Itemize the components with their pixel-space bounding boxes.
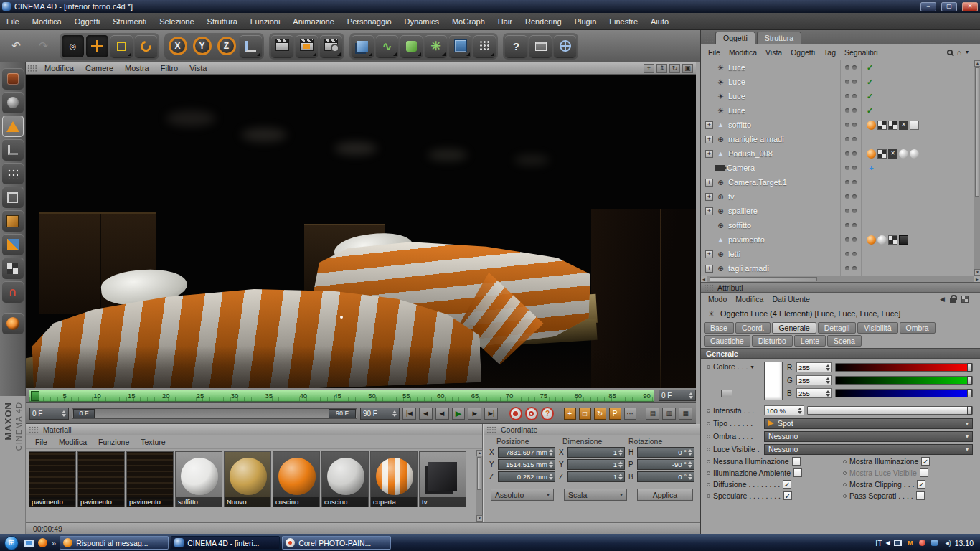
object-tree-row[interactable]: ☀Luce✓ bbox=[701, 89, 980, 103]
material-thumbnail[interactable]: soffitto bbox=[175, 451, 222, 507]
dimension-z-field[interactable]: 1 bbox=[567, 471, 625, 482]
position-z-field[interactable]: 0.282 mm bbox=[498, 471, 555, 482]
scroll-left-icon[interactable]: ◀ bbox=[701, 276, 707, 282]
slider-handle[interactable] bbox=[967, 363, 972, 372]
stepper[interactable] bbox=[549, 459, 553, 470]
range-start-field[interactable]: 0 F bbox=[29, 408, 69, 420]
keyframe-dot[interactable] bbox=[707, 422, 710, 425]
visibility-toggles[interactable] bbox=[840, 132, 862, 146]
tray-expand-icon[interactable]: ◀ bbox=[886, 540, 890, 546]
dimension-x-field[interactable]: 1 bbox=[567, 447, 625, 458]
lock-x-button[interactable]: X bbox=[166, 35, 189, 57]
panel-grip[interactable] bbox=[704, 284, 714, 291]
minimize-button[interactable]: – bbox=[920, 2, 936, 11]
tab-generale[interactable]: Generale bbox=[772, 322, 816, 334]
obj-menu-tag[interactable]: Tag bbox=[819, 48, 840, 57]
menu-animazione[interactable]: Animazione bbox=[286, 13, 340, 30]
dolly-view-icon[interactable]: ⇕ bbox=[656, 64, 667, 73]
stepper[interactable] bbox=[688, 447, 692, 458]
expand-icon[interactable]: + bbox=[705, 121, 713, 129]
content-browser-button[interactable] bbox=[529, 35, 552, 57]
stepper[interactable] bbox=[798, 405, 802, 416]
stepper[interactable] bbox=[618, 459, 623, 470]
menu-aiuto[interactable]: Aiuto bbox=[644, 13, 675, 30]
lock-z-button[interactable]: Z bbox=[215, 35, 237, 57]
autokey-button[interactable] bbox=[525, 407, 538, 420]
keyframe-dot[interactable] bbox=[707, 409, 710, 413]
materials-scrollbar[interactable]: ▲ ▼ bbox=[476, 450, 482, 522]
panel-grip[interactable] bbox=[29, 426, 39, 433]
material-tag-icon[interactable] bbox=[899, 149, 908, 159]
menu-plugin[interactable]: Plugin bbox=[568, 13, 603, 30]
close-button[interactable]: ✕ bbox=[962, 2, 978, 11]
preview-range-slider[interactable]: 0 F 90 F bbox=[72, 408, 357, 419]
vp-menu-camere[interactable]: Camere bbox=[80, 64, 119, 72]
keyframe-dot[interactable] bbox=[707, 365, 710, 369]
goto-end-button[interactable]: ▶| bbox=[484, 408, 498, 420]
help-button[interactable]: ? bbox=[505, 35, 527, 57]
illuminazione-ambiente-checkbox[interactable] bbox=[793, 468, 802, 477]
object-tree-row[interactable]: ☀Luce✓ bbox=[701, 60, 980, 75]
coordinate-system-button[interactable] bbox=[240, 35, 262, 57]
material-thumbnail[interactable]: pavimento bbox=[126, 451, 174, 507]
uvw-tag-icon[interactable] bbox=[877, 149, 887, 159]
visibility-toggles[interactable] bbox=[840, 146, 862, 161]
menu-finestre[interactable]: Finestre bbox=[603, 13, 644, 30]
mat-menu-file[interactable]: File bbox=[30, 438, 52, 446]
tray-icon-red[interactable] bbox=[919, 540, 925, 546]
texture-mode-button[interactable] bbox=[2, 258, 24, 279]
menu-struttura[interactable]: Struttura bbox=[201, 13, 244, 30]
previous-frame-button[interactable]: ◀ bbox=[435, 408, 449, 420]
stepper[interactable] bbox=[618, 447, 623, 458]
tab-caustiche[interactable]: Caustiche bbox=[704, 335, 750, 347]
mat-menu-modifica[interactable]: Modifica bbox=[54, 438, 92, 446]
animation-mode-button[interactable] bbox=[2, 234, 24, 255]
play-button[interactable]: ▶ bbox=[452, 408, 466, 420]
panel-grip[interactable] bbox=[486, 426, 496, 433]
object-tree-row[interactable]: Camera+ bbox=[701, 161, 980, 175]
diffusione-checkbox[interactable]: ✓ bbox=[783, 480, 791, 489]
object-axis-mode-button[interactable] bbox=[2, 139, 24, 161]
mostra-clipping-checkbox[interactable]: ✓ bbox=[917, 480, 925, 489]
light-type-dropdown[interactable]: Spot▾ bbox=[764, 418, 973, 429]
vp-menu-filtro[interactable]: Filtro bbox=[155, 64, 184, 72]
rotation-b-field[interactable]: 0 ° bbox=[637, 471, 694, 482]
tab-ombra[interactable]: Ombra bbox=[900, 322, 936, 334]
scrollbar-thumb[interactable] bbox=[710, 277, 817, 281]
size-mode-dropdown[interactable]: Scala▾ bbox=[564, 489, 627, 501]
obj-menu-modifica[interactable]: Modifica bbox=[725, 48, 761, 57]
position-y-field[interactable]: 1514.515 mm bbox=[498, 459, 555, 470]
menu-oggetti[interactable]: Oggetti bbox=[68, 13, 106, 30]
visibility-toggles[interactable] bbox=[840, 189, 862, 204]
scroll-up-icon[interactable]: ▲ bbox=[476, 450, 483, 456]
visible-light-dropdown[interactable]: Nessuno▾ bbox=[764, 444, 973, 455]
xpresso-tag-icon[interactable]: ✕ bbox=[899, 121, 908, 130]
material-thumbnail[interactable]: pavimento bbox=[29, 451, 76, 507]
menu-personaggio[interactable]: Personaggio bbox=[341, 13, 398, 30]
toggle-views-icon[interactable]: ▣ bbox=[682, 64, 693, 73]
menu-rendering[interactable]: Rendering bbox=[519, 13, 568, 30]
c4d-swirl-button[interactable] bbox=[2, 313, 24, 334]
add-spline-button[interactable]: ∿ bbox=[376, 35, 398, 57]
enabled-check-icon[interactable]: ✓ bbox=[867, 92, 873, 101]
keyframe-dot[interactable] bbox=[707, 494, 710, 498]
goto-start-button[interactable]: |◀ bbox=[402, 408, 416, 420]
keyframe-dot[interactable] bbox=[707, 460, 710, 463]
fcurve-panel-button[interactable]: ▥ bbox=[662, 408, 676, 420]
phong-tag-icon[interactable] bbox=[867, 235, 876, 245]
visibility-toggles[interactable] bbox=[840, 89, 862, 103]
material-thumbnail[interactable]: Nuovo bbox=[224, 451, 271, 507]
rotate-view-icon[interactable]: ↻ bbox=[669, 64, 680, 73]
tab-dettagli[interactable]: Dettagli bbox=[818, 322, 857, 334]
attr-menu-dati-utente[interactable]: Dati Utente bbox=[768, 295, 814, 303]
intensity-field[interactable]: 100 % bbox=[764, 405, 804, 415]
undo-button[interactable]: ↶ bbox=[5, 35, 27, 57]
texture-tag-icon[interactable] bbox=[899, 235, 908, 245]
quick-launch-browser[interactable] bbox=[37, 538, 48, 548]
stepper[interactable] bbox=[549, 471, 553, 482]
tab-visibilita[interactable]: Visibilità bbox=[857, 322, 897, 334]
channel-b-field[interactable]: 255 bbox=[796, 388, 832, 398]
record-rotation-toggle[interactable]: ↻ bbox=[594, 408, 606, 420]
add-environment-button[interactable] bbox=[473, 35, 496, 57]
visibility-toggles[interactable] bbox=[840, 75, 862, 89]
